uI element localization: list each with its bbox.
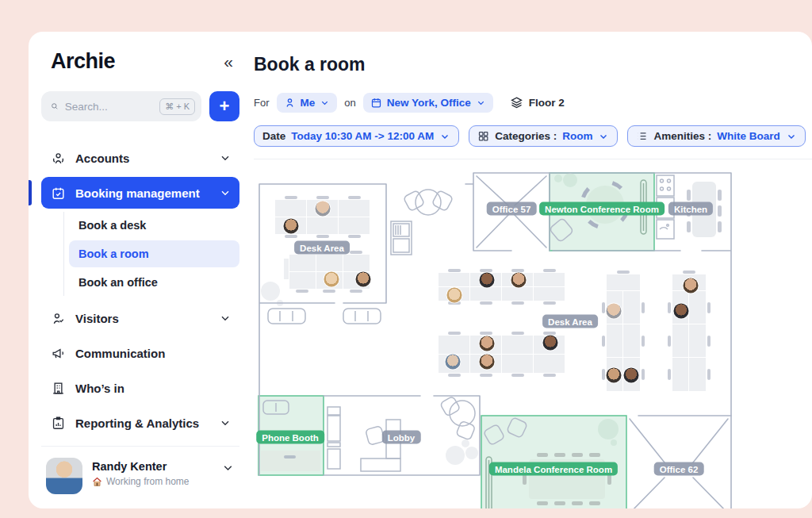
person-avatar	[480, 336, 495, 351]
calendar-icon	[370, 97, 382, 109]
user-name: Randy Kenter	[92, 460, 212, 473]
active-accent-bar	[29, 180, 32, 205]
list-icon	[636, 130, 648, 142]
sidebar-item-whos-in[interactable]: Who’s in	[41, 372, 239, 404]
label-desk-area-2: Desk Area	[542, 315, 598, 328]
label-kitchen: Kitchen	[668, 202, 713, 216]
person-avatar	[324, 272, 339, 287]
label-phone-booth[interactable]: Phone Booth	[256, 431, 324, 444]
sidebar-item-reporting-analytics[interactable]: Reporting & Analytics	[41, 407, 239, 439]
megaphone-icon	[51, 346, 66, 361]
layers-icon	[510, 96, 523, 109]
chevron-down-icon	[219, 416, 232, 429]
label-newton-conference-room[interactable]: Newton Conference Room	[539, 202, 665, 216]
chevron-down-icon	[476, 98, 486, 108]
app-card: Archie « ⌘ + K + Accounts	[29, 32, 812, 508]
app-logo: Archie	[51, 49, 115, 74]
booking-calendar-icon	[51, 186, 66, 201]
sidebar-item-book-an-office[interactable]: Book an office	[69, 269, 239, 296]
person-avatar	[447, 288, 462, 303]
person-avatar	[446, 355, 461, 370]
date-filter[interactable]: Date Today 10:30 AM -> 12:00 AM	[254, 125, 459, 147]
filter-row-options: Date Today 10:30 AM -> 12:00 AM Categori…	[254, 125, 812, 147]
sidebar-item-label: Who’s in	[75, 382, 232, 395]
location-dropdown[interactable]: New York, Office	[363, 93, 493, 113]
mandela-table	[523, 453, 611, 505]
building-icon	[51, 381, 66, 396]
visitors-icon	[51, 311, 66, 326]
for-value: Me	[301, 97, 316, 109]
app-frame: Archie « ⌘ + K + Accounts	[0, 0, 812, 518]
chevron-down-icon	[598, 131, 609, 142]
person-avatar	[480, 273, 495, 288]
sidebar-item-label: Booking management	[75, 186, 209, 200]
person-avatar	[624, 368, 639, 383]
person-avatar	[543, 336, 558, 351]
amenities-value: White Board	[717, 130, 780, 142]
floor-value: Floor 2	[529, 97, 565, 109]
person-avatar	[316, 201, 331, 217]
chevron-down-icon	[320, 98, 330, 108]
search-input[interactable]	[65, 101, 153, 113]
person-avatar	[480, 355, 495, 370]
chevron-down-icon	[219, 312, 232, 324]
person-avatar	[607, 304, 622, 319]
sidebar-item-book-a-room[interactable]: Book a room	[69, 240, 239, 267]
booking-submenu: Book a desk Book a room Book an office	[63, 212, 239, 296]
floorplan: Desk Area Office 57 Newton Conference Ro…	[258, 167, 733, 508]
search-icon	[51, 100, 59, 113]
sidebar: Archie « ⌘ + K + Accounts	[29, 32, 252, 508]
label-office-62: Office 62	[654, 462, 704, 476]
chevron-down-icon	[439, 131, 450, 142]
categories-filter[interactable]: Categories : Room	[469, 125, 618, 147]
date-value: Today 10:30 AM -> 12:00 AM	[291, 130, 434, 142]
amenities-filter[interactable]: Amenities : White Board	[627, 125, 805, 147]
sidebar-collapse-icon[interactable]: «	[219, 52, 238, 71]
location-value: New York, Office	[387, 97, 471, 109]
filter-row-context: For Me on New York, Office Floor 2	[254, 93, 812, 113]
sidebar-item-communication[interactable]: Communication	[41, 337, 239, 369]
search-box[interactable]: ⌘ + K	[41, 91, 201, 121]
page-title: Book a room	[254, 54, 812, 75]
label-office-57: Office 57	[487, 202, 537, 216]
person-avatar	[356, 272, 371, 287]
categories-label: Categories :	[495, 130, 557, 142]
sidebar-item-accounts[interactable]: Accounts	[41, 142, 239, 174]
user-profile[interactable]: Randy Kenter Working from home	[41, 446, 239, 497]
person-avatar	[684, 278, 699, 294]
person-icon	[284, 97, 296, 109]
sidebar-nav: Accounts Booking management Book a desk …	[41, 142, 239, 442]
person-avatar	[674, 304, 689, 319]
on-label: on	[344, 97, 355, 109]
accounts-icon	[51, 151, 66, 166]
person-avatar	[284, 219, 299, 234]
divider	[254, 159, 812, 159]
search-shortcut: ⌘ + K	[159, 98, 195, 115]
for-me-dropdown[interactable]: Me	[277, 93, 338, 113]
sidebar-item-label: Reporting & Analytics	[75, 416, 209, 430]
main-content: Book a room For Me on New York, Office F…	[252, 32, 812, 508]
chevron-down-icon	[219, 152, 232, 164]
chevron-down-icon	[219, 186, 232, 199]
label-desk-area-1: Desk Area	[294, 241, 350, 255]
person-avatar	[607, 368, 622, 383]
sidebar-item-label: Visitors	[75, 312, 209, 325]
label-mandela-conference-room[interactable]: Mandela Conference Room	[489, 462, 618, 476]
sidebar-item-booking-management[interactable]: Booking management	[41, 177, 239, 209]
for-label: For	[254, 97, 270, 109]
floor-selector[interactable]: Floor 2	[510, 96, 565, 109]
clipboard-chart-icon	[51, 416, 66, 431]
label-lobby: Lobby	[382, 431, 421, 444]
add-button[interactable]: +	[209, 91, 239, 121]
sidebar-item-book-a-desk[interactable]: Book a desk	[69, 212, 239, 239]
user-avatar	[46, 458, 82, 494]
phone-booth-desk	[261, 451, 320, 471]
sidebar-item-label: Accounts	[75, 152, 209, 165]
chevron-down-icon	[786, 131, 797, 142]
date-label: Date	[262, 130, 285, 142]
user-status: Working from home	[106, 476, 189, 487]
sidebar-item-visitors[interactable]: Visitors	[41, 302, 239, 334]
chevron-down-icon[interactable]	[221, 458, 235, 478]
sidebar-item-label: Communication	[75, 347, 232, 360]
categories-value: Room	[562, 130, 592, 142]
